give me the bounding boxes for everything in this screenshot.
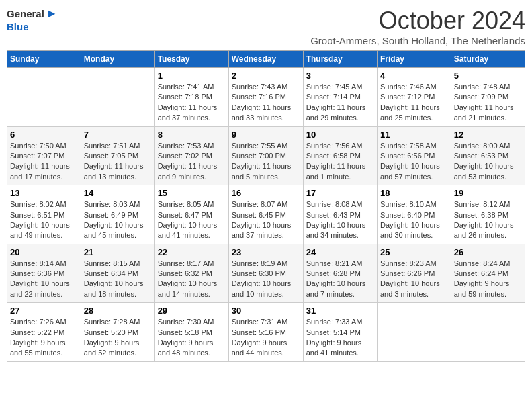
day-number: 11 bbox=[380, 130, 448, 140]
calendar-cell: 27Sunrise: 7:26 AM Sunset: 5:22 PM Dayli… bbox=[7, 303, 81, 362]
day-number: 12 bbox=[454, 130, 522, 140]
calendar-cell: 5Sunrise: 7:48 AM Sunset: 7:09 PM Daylig… bbox=[451, 68, 525, 127]
day-number: 7 bbox=[84, 130, 152, 140]
location: Groot-Ammers, South Holland, The Netherl… bbox=[310, 35, 525, 46]
day-info: Sunrise: 7:43 AM Sunset: 7:16 PM Dayligh… bbox=[232, 82, 300, 124]
day-number: 6 bbox=[10, 130, 78, 140]
calendar-table: SundayMondayTuesdayWednesdayThursdayFrid… bbox=[7, 50, 525, 362]
calendar-cell bbox=[378, 303, 451, 362]
weekday-header-sunday: Sunday bbox=[7, 51, 81, 68]
calendar-cell bbox=[81, 68, 154, 127]
logo-arrow-icon: ► bbox=[46, 7, 58, 21]
day-info: Sunrise: 8:12 AM Sunset: 6:38 PM Dayligh… bbox=[454, 199, 522, 241]
calendar-cell bbox=[451, 303, 525, 362]
day-number: 19 bbox=[454, 188, 522, 198]
calendar-cell: 21Sunrise: 8:15 AM Sunset: 6:34 PM Dayli… bbox=[81, 244, 154, 303]
calendar-cell: 28Sunrise: 7:28 AM Sunset: 5:20 PM Dayli… bbox=[81, 303, 154, 362]
day-info: Sunrise: 7:45 AM Sunset: 7:14 PM Dayligh… bbox=[306, 82, 374, 124]
calendar-week-1: 1Sunrise: 7:41 AM Sunset: 7:18 PM Daylig… bbox=[7, 68, 525, 127]
weekday-header-thursday: Thursday bbox=[303, 51, 377, 68]
calendar-cell bbox=[7, 68, 81, 127]
day-number: 3 bbox=[306, 71, 374, 81]
month-title: October 2024 bbox=[310, 7, 525, 35]
day-number: 20 bbox=[10, 247, 78, 257]
weekday-header-friday: Friday bbox=[378, 51, 451, 68]
day-number: 23 bbox=[232, 247, 300, 257]
day-info: Sunrise: 8:08 AM Sunset: 6:43 PM Dayligh… bbox=[306, 199, 374, 241]
day-info: Sunrise: 8:14 AM Sunset: 6:36 PM Dayligh… bbox=[10, 259, 78, 300]
day-info: Sunrise: 7:55 AM Sunset: 7:00 PM Dayligh… bbox=[232, 141, 300, 183]
day-info: Sunrise: 8:10 AM Sunset: 6:40 PM Dayligh… bbox=[380, 199, 448, 241]
day-info: Sunrise: 8:19 AM Sunset: 6:30 PM Dayligh… bbox=[232, 259, 300, 300]
day-number: 16 bbox=[232, 188, 300, 198]
day-number: 1 bbox=[158, 71, 226, 81]
day-info: Sunrise: 7:31 AM Sunset: 5:16 PM Dayligh… bbox=[232, 317, 300, 359]
day-info: Sunrise: 8:00 AM Sunset: 6:53 PM Dayligh… bbox=[454, 141, 522, 183]
day-info: Sunrise: 7:33 AM Sunset: 5:14 PM Dayligh… bbox=[306, 317, 374, 359]
day-number: 31 bbox=[306, 306, 374, 316]
day-number: 8 bbox=[158, 130, 226, 140]
day-info: Sunrise: 7:53 AM Sunset: 7:02 PM Dayligh… bbox=[158, 141, 226, 183]
logo-general: General bbox=[7, 8, 44, 19]
day-number: 30 bbox=[232, 306, 300, 316]
day-info: Sunrise: 7:28 AM Sunset: 5:20 PM Dayligh… bbox=[84, 317, 152, 359]
calendar-cell: 20Sunrise: 8:14 AM Sunset: 6:36 PM Dayli… bbox=[7, 244, 81, 303]
day-number: 9 bbox=[232, 130, 300, 140]
day-number: 5 bbox=[454, 71, 522, 81]
day-info: Sunrise: 8:03 AM Sunset: 6:49 PM Dayligh… bbox=[84, 199, 152, 241]
day-info: Sunrise: 7:50 AM Sunset: 7:07 PM Dayligh… bbox=[10, 141, 78, 183]
page-header: General ► Blue October 2024 Groot-Ammers… bbox=[7, 7, 525, 46]
day-number: 15 bbox=[158, 188, 226, 198]
day-info: Sunrise: 8:21 AM Sunset: 6:28 PM Dayligh… bbox=[306, 259, 374, 300]
calendar-cell: 8Sunrise: 7:53 AM Sunset: 7:02 PM Daylig… bbox=[154, 126, 228, 185]
calendar-cell: 13Sunrise: 8:02 AM Sunset: 6:51 PM Dayli… bbox=[7, 185, 81, 244]
day-info: Sunrise: 7:48 AM Sunset: 7:09 PM Dayligh… bbox=[454, 82, 522, 124]
calendar-cell: 23Sunrise: 8:19 AM Sunset: 6:30 PM Dayli… bbox=[228, 244, 303, 303]
day-number: 28 bbox=[84, 306, 152, 316]
day-info: Sunrise: 8:24 AM Sunset: 6:24 PM Dayligh… bbox=[454, 259, 522, 300]
calendar-cell: 6Sunrise: 7:50 AM Sunset: 7:07 PM Daylig… bbox=[7, 126, 81, 185]
calendar-cell: 24Sunrise: 8:21 AM Sunset: 6:28 PM Dayli… bbox=[303, 244, 377, 303]
weekday-header-tuesday: Tuesday bbox=[154, 51, 228, 68]
day-number: 2 bbox=[232, 71, 300, 81]
calendar-week-3: 13Sunrise: 8:02 AM Sunset: 6:51 PM Dayli… bbox=[7, 185, 525, 244]
calendar-cell: 25Sunrise: 8:23 AM Sunset: 6:26 PM Dayli… bbox=[378, 244, 451, 303]
calendar-cell: 4Sunrise: 7:46 AM Sunset: 7:12 PM Daylig… bbox=[378, 68, 451, 127]
calendar-week-5: 27Sunrise: 7:26 AM Sunset: 5:22 PM Dayli… bbox=[7, 303, 525, 362]
day-number: 27 bbox=[10, 306, 78, 316]
title-section: October 2024 Groot-Ammers, South Holland… bbox=[310, 7, 525, 46]
weekday-header-monday: Monday bbox=[81, 51, 154, 68]
calendar-cell: 26Sunrise: 8:24 AM Sunset: 6:24 PM Dayli… bbox=[451, 244, 525, 303]
calendar-cell: 22Sunrise: 8:17 AM Sunset: 6:32 PM Dayli… bbox=[154, 244, 228, 303]
weekday-header-row: SundayMondayTuesdayWednesdayThursdayFrid… bbox=[7, 51, 525, 68]
logo: General ► Blue bbox=[7, 7, 58, 32]
calendar-cell: 31Sunrise: 7:33 AM Sunset: 5:14 PM Dayli… bbox=[303, 303, 377, 362]
day-info: Sunrise: 7:46 AM Sunset: 7:12 PM Dayligh… bbox=[380, 82, 448, 124]
calendar-cell: 10Sunrise: 7:56 AM Sunset: 6:58 PM Dayli… bbox=[303, 126, 377, 185]
day-number: 22 bbox=[158, 247, 226, 257]
day-number: 21 bbox=[84, 247, 152, 257]
weekday-header-wednesday: Wednesday bbox=[228, 51, 303, 68]
day-info: Sunrise: 7:26 AM Sunset: 5:22 PM Dayligh… bbox=[10, 317, 78, 359]
calendar-cell: 9Sunrise: 7:55 AM Sunset: 7:00 PM Daylig… bbox=[228, 126, 303, 185]
day-number: 24 bbox=[306, 247, 374, 257]
day-number: 18 bbox=[380, 188, 448, 198]
day-info: Sunrise: 8:07 AM Sunset: 6:45 PM Dayligh… bbox=[232, 199, 300, 241]
calendar-cell: 15Sunrise: 8:05 AM Sunset: 6:47 PM Dayli… bbox=[154, 185, 228, 244]
day-info: Sunrise: 7:30 AM Sunset: 5:18 PM Dayligh… bbox=[158, 317, 226, 359]
day-info: Sunrise: 8:05 AM Sunset: 6:47 PM Dayligh… bbox=[158, 199, 226, 241]
day-number: 14 bbox=[84, 188, 152, 198]
calendar-cell: 3Sunrise: 7:45 AM Sunset: 7:14 PM Daylig… bbox=[303, 68, 377, 127]
day-info: Sunrise: 8:17 AM Sunset: 6:32 PM Dayligh… bbox=[158, 259, 226, 300]
calendar-cell: 12Sunrise: 8:00 AM Sunset: 6:53 PM Dayli… bbox=[451, 126, 525, 185]
day-info: Sunrise: 8:23 AM Sunset: 6:26 PM Dayligh… bbox=[380, 259, 448, 300]
calendar-cell: 14Sunrise: 8:03 AM Sunset: 6:49 PM Dayli… bbox=[81, 185, 154, 244]
day-number: 13 bbox=[10, 188, 78, 198]
calendar-cell: 19Sunrise: 8:12 AM Sunset: 6:38 PM Dayli… bbox=[451, 185, 525, 244]
calendar-cell: 7Sunrise: 7:51 AM Sunset: 7:05 PM Daylig… bbox=[81, 126, 154, 185]
day-number: 26 bbox=[454, 247, 522, 257]
day-number: 10 bbox=[306, 130, 374, 140]
calendar-cell: 29Sunrise: 7:30 AM Sunset: 5:18 PM Dayli… bbox=[154, 303, 228, 362]
calendar-cell: 18Sunrise: 8:10 AM Sunset: 6:40 PM Dayli… bbox=[378, 185, 451, 244]
weekday-header-saturday: Saturday bbox=[451, 51, 525, 68]
